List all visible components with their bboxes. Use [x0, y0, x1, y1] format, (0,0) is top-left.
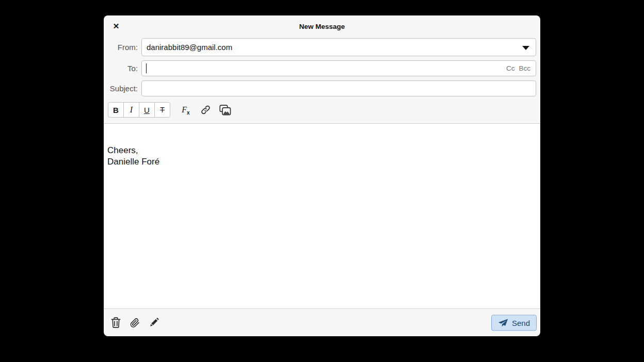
- underline-icon: U: [144, 106, 150, 114]
- bold-icon: B: [113, 106, 119, 114]
- window-title: New Message: [299, 23, 345, 30]
- text-style-group: B I U T: [108, 102, 170, 118]
- text-cursor: [146, 63, 147, 73]
- bold-button[interactable]: B: [108, 102, 124, 118]
- strikethrough-button[interactable]: T: [154, 102, 170, 118]
- ccbcc-buttons: Cc Bcc: [506, 61, 530, 76]
- compose-header: From: danirabbit89@gmail.com To: Cc Bcc: [104, 37, 540, 101]
- from-value: danirabbit89@gmail.com: [142, 43, 232, 52]
- subject-input[interactable]: [141, 80, 536, 96]
- send-button[interactable]: Send: [491, 315, 537, 331]
- attach-file-button[interactable]: [127, 315, 143, 331]
- bcc-button[interactable]: Bcc: [519, 64, 530, 72]
- message-body-editor[interactable]: Cheers, Danielle Foré: [104, 123, 540, 309]
- send-label: Send: [512, 318, 530, 327]
- action-bar: Send: [104, 309, 540, 336]
- body-line: Cheers,: [107, 145, 536, 156]
- paperclip-icon: [130, 317, 140, 328]
- to-label: To:: [108, 64, 138, 73]
- subject-row: Subject:: [108, 80, 536, 96]
- underline-button[interactable]: U: [139, 102, 155, 118]
- body-line: Danielle Foré: [107, 156, 536, 168]
- image-icon: [219, 105, 231, 116]
- subject-label: Subject:: [108, 84, 138, 93]
- clear-formatting-button[interactable]: Fx: [178, 102, 194, 118]
- insert-link-button[interactable]: [198, 102, 213, 118]
- pencil-icon: [149, 317, 159, 328]
- clear-formatting-icon: Fx: [182, 105, 189, 114]
- signature-button[interactable]: [146, 315, 162, 331]
- to-row: To: Cc Bcc: [108, 60, 536, 76]
- from-label: From:: [108, 43, 138, 52]
- close-icon: ✕: [113, 22, 120, 31]
- link-icon: [200, 105, 211, 115]
- desktop-background: ✕ New Message From: danirabbit89@gmail.c…: [0, 0, 644, 362]
- strikethrough-icon: T: [160, 106, 165, 114]
- titlebar: ✕ New Message: [104, 15, 540, 37]
- italic-icon: I: [130, 105, 133, 114]
- cc-button[interactable]: Cc: [506, 64, 515, 72]
- close-button[interactable]: ✕: [110, 20, 122, 32]
- from-combobox[interactable]: danirabbit89@gmail.com: [141, 38, 536, 56]
- to-input[interactable]: Cc Bcc: [141, 60, 536, 76]
- dropdown-caret-icon: [522, 46, 529, 50]
- from-row: From: danirabbit89@gmail.com: [108, 38, 536, 56]
- new-message-window: ✕ New Message From: danirabbit89@gmail.c…: [104, 15, 540, 336]
- format-toolbar: B I U T Fx: [104, 101, 540, 118]
- insert-image-button[interactable]: [217, 102, 233, 118]
- italic-button[interactable]: I: [123, 102, 139, 118]
- discard-button[interactable]: [108, 315, 124, 331]
- paper-plane-icon: [498, 318, 508, 327]
- trash-icon: [111, 317, 121, 328]
